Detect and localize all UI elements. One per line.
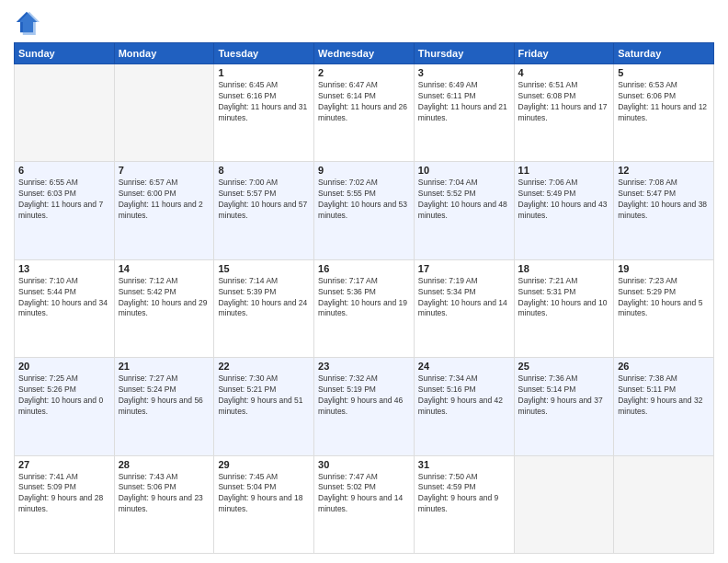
calendar-cell: 1Sunrise: 6:45 AMSunset: 6:16 PMDaylight… — [214, 64, 314, 162]
day-info: Sunrise: 6:45 AMSunset: 6:16 PMDaylight:… — [218, 80, 310, 124]
day-number: 10 — [418, 165, 510, 176]
calendar-cell: 26Sunrise: 7:38 AMSunset: 5:11 PMDayligh… — [614, 358, 714, 455]
calendar-table: Sunday Monday Tuesday Wednesday Thursday… — [14, 42, 714, 554]
day-info: Sunrise: 7:47 AMSunset: 5:02 PMDaylight:… — [318, 472, 410, 516]
calendar-cell: 6Sunrise: 6:55 AMSunset: 6:03 PMDaylight… — [15, 162, 115, 259]
day-info: Sunrise: 6:51 AMSunset: 6:08 PMDaylight:… — [518, 80, 610, 124]
calendar-cell: 15Sunrise: 7:14 AMSunset: 5:39 PMDayligh… — [214, 259, 314, 357]
day-number: 6 — [18, 165, 110, 176]
day-info: Sunrise: 7:32 AMSunset: 5:19 PMDaylight:… — [318, 373, 410, 418]
day-info: Sunrise: 7:34 AMSunset: 5:16 PMDaylight:… — [418, 373, 510, 418]
day-info: Sunrise: 7:10 AMSunset: 5:44 PMDaylight:… — [18, 276, 110, 320]
day-number: 29 — [218, 459, 310, 470]
calendar-cell — [614, 455, 714, 553]
calendar-cell: 9Sunrise: 7:02 AMSunset: 5:55 PMDaylight… — [314, 162, 415, 259]
calendar-cell: 7Sunrise: 6:57 AMSunset: 6:00 PMDaylight… — [114, 162, 214, 259]
day-info: Sunrise: 7:12 AMSunset: 5:42 PMDaylight:… — [119, 276, 210, 320]
header — [14, 9, 714, 35]
col-wednesday: Wednesday — [314, 43, 415, 64]
day-info: Sunrise: 7:00 AMSunset: 5:57 PMDaylight:… — [218, 178, 310, 222]
day-info: Sunrise: 6:57 AMSunset: 6:00 PMDaylight:… — [119, 178, 210, 222]
day-number: 21 — [119, 361, 210, 372]
day-info: Sunrise: 7:50 AMSunset: 4:59 PMDaylight:… — [418, 472, 510, 516]
calendar-week-1: 1Sunrise: 6:45 AMSunset: 6:16 PMDaylight… — [15, 64, 714, 162]
day-number: 18 — [518, 263, 610, 274]
calendar-header-row: Sunday Monday Tuesday Wednesday Thursday… — [15, 43, 714, 64]
calendar-cell — [514, 455, 614, 553]
day-number: 2 — [318, 67, 410, 78]
calendar-cell: 20Sunrise: 7:25 AMSunset: 5:26 PMDayligh… — [15, 358, 115, 455]
calendar-cell: 25Sunrise: 7:36 AMSunset: 5:14 PMDayligh… — [514, 358, 614, 455]
col-saturday: Saturday — [614, 43, 714, 64]
calendar-cell — [15, 64, 115, 162]
calendar-cell: 3Sunrise: 6:49 AMSunset: 6:11 PMDaylight… — [414, 64, 514, 162]
calendar-cell: 11Sunrise: 7:06 AMSunset: 5:49 PMDayligh… — [514, 162, 614, 259]
calendar-cell: 14Sunrise: 7:12 AMSunset: 5:42 PMDayligh… — [114, 259, 214, 357]
day-info: Sunrise: 7:06 AMSunset: 5:49 PMDaylight:… — [518, 178, 610, 222]
calendar-cell: 19Sunrise: 7:23 AMSunset: 5:29 PMDayligh… — [614, 259, 714, 357]
day-number: 20 — [18, 361, 110, 372]
day-info: Sunrise: 6:49 AMSunset: 6:11 PMDaylight:… — [418, 80, 510, 124]
day-number: 22 — [218, 361, 310, 372]
day-number: 8 — [218, 165, 310, 176]
calendar-cell: 2Sunrise: 6:47 AMSunset: 6:14 PMDaylight… — [314, 64, 415, 162]
day-number: 27 — [18, 459, 110, 470]
day-number: 11 — [518, 165, 610, 176]
day-number: 14 — [119, 263, 210, 274]
day-info: Sunrise: 7:02 AMSunset: 5:55 PMDaylight:… — [318, 178, 410, 222]
calendar-week-3: 13Sunrise: 7:10 AMSunset: 5:44 PMDayligh… — [15, 259, 714, 357]
calendar-week-4: 20Sunrise: 7:25 AMSunset: 5:26 PMDayligh… — [15, 358, 714, 455]
day-number: 12 — [618, 165, 710, 176]
day-number: 17 — [418, 263, 510, 274]
calendar-cell: 23Sunrise: 7:32 AMSunset: 5:19 PMDayligh… — [314, 358, 415, 455]
col-sunday: Sunday — [15, 43, 115, 64]
calendar-cell — [114, 64, 214, 162]
day-info: Sunrise: 7:25 AMSunset: 5:26 PMDaylight:… — [18, 373, 110, 418]
calendar-cell: 17Sunrise: 7:19 AMSunset: 5:34 PMDayligh… — [414, 259, 514, 357]
day-number: 7 — [119, 165, 210, 176]
day-number: 3 — [418, 67, 510, 78]
day-number: 9 — [318, 165, 410, 176]
day-info: Sunrise: 7:17 AMSunset: 5:36 PMDaylight:… — [318, 276, 410, 320]
day-info: Sunrise: 7:45 AMSunset: 5:04 PMDaylight:… — [218, 472, 310, 516]
calendar-cell: 16Sunrise: 7:17 AMSunset: 5:36 PMDayligh… — [314, 259, 415, 357]
day-info: Sunrise: 7:43 AMSunset: 5:06 PMDaylight:… — [119, 472, 210, 516]
day-info: Sunrise: 7:38 AMSunset: 5:11 PMDaylight:… — [618, 373, 710, 418]
day-info: Sunrise: 7:23 AMSunset: 5:29 PMDaylight:… — [618, 276, 710, 320]
day-number: 28 — [119, 459, 210, 470]
col-tuesday: Tuesday — [214, 43, 314, 64]
page: Sunday Monday Tuesday Wednesday Thursday… — [0, 0, 728, 563]
day-number: 13 — [18, 263, 110, 274]
day-info: Sunrise: 7:36 AMSunset: 5:14 PMDaylight:… — [518, 373, 610, 418]
calendar-cell: 31Sunrise: 7:50 AMSunset: 4:59 PMDayligh… — [414, 455, 514, 553]
day-info: Sunrise: 7:04 AMSunset: 5:52 PMDaylight:… — [418, 178, 510, 222]
day-info: Sunrise: 7:08 AMSunset: 5:47 PMDaylight:… — [618, 178, 710, 222]
calendar-cell: 21Sunrise: 7:27 AMSunset: 5:24 PMDayligh… — [114, 358, 214, 455]
day-number: 25 — [518, 361, 610, 372]
logo — [14, 9, 43, 35]
calendar-cell: 13Sunrise: 7:10 AMSunset: 5:44 PMDayligh… — [15, 259, 115, 357]
day-number: 16 — [318, 263, 410, 274]
day-info: Sunrise: 7:14 AMSunset: 5:39 PMDaylight:… — [218, 276, 310, 320]
calendar-cell: 18Sunrise: 7:21 AMSunset: 5:31 PMDayligh… — [514, 259, 614, 357]
day-number: 26 — [618, 361, 710, 372]
calendar-cell: 30Sunrise: 7:47 AMSunset: 5:02 PMDayligh… — [314, 455, 415, 553]
day-number: 4 — [518, 67, 610, 78]
day-number: 30 — [318, 459, 410, 470]
day-info: Sunrise: 6:53 AMSunset: 6:06 PMDaylight:… — [618, 80, 710, 124]
calendar-cell: 4Sunrise: 6:51 AMSunset: 6:08 PMDaylight… — [514, 64, 614, 162]
calendar-week-2: 6Sunrise: 6:55 AMSunset: 6:03 PMDaylight… — [15, 162, 714, 259]
calendar-week-5: 27Sunrise: 7:41 AMSunset: 5:09 PMDayligh… — [15, 455, 714, 553]
day-info: Sunrise: 7:21 AMSunset: 5:31 PMDaylight:… — [518, 276, 610, 320]
day-number: 5 — [618, 67, 710, 78]
col-thursday: Thursday — [414, 43, 514, 64]
day-info: Sunrise: 7:41 AMSunset: 5:09 PMDaylight:… — [18, 472, 110, 516]
calendar-cell: 5Sunrise: 6:53 AMSunset: 6:06 PMDaylight… — [614, 64, 714, 162]
calendar-cell: 29Sunrise: 7:45 AMSunset: 5:04 PMDayligh… — [214, 455, 314, 553]
calendar-cell: 28Sunrise: 7:43 AMSunset: 5:06 PMDayligh… — [114, 455, 214, 553]
col-monday: Monday — [114, 43, 214, 64]
day-info: Sunrise: 7:19 AMSunset: 5:34 PMDaylight:… — [418, 276, 510, 320]
day-number: 31 — [418, 459, 510, 470]
day-number: 1 — [218, 67, 310, 78]
day-number: 15 — [218, 263, 310, 274]
